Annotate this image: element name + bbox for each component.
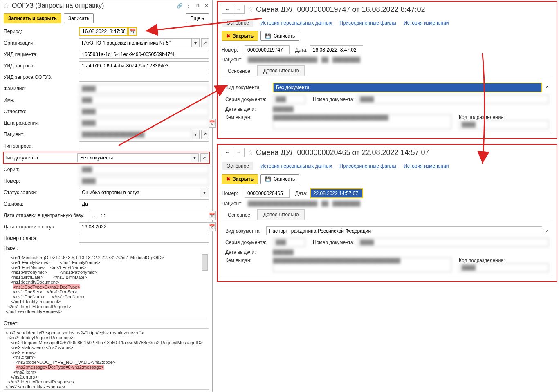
open-icon[interactable]: ↗ (545, 228, 549, 234)
link-icon[interactable]: 🔗 (176, 2, 183, 9)
label-docseries: Серия документа: (225, 240, 270, 245)
open-icon[interactable]: ↗ (200, 153, 208, 162)
lastname-input[interactable] (79, 84, 209, 93)
scrollbar[interactable] (202, 254, 208, 271)
label-send-ooguz: Дата отправки в оогуз: (4, 224, 76, 230)
issuedby-input[interactable]: ███████████████████████████████████████ (273, 114, 451, 129)
back-button[interactable]: ← (222, 5, 233, 14)
label-send-central: Дата отправки в центральную базу: (4, 213, 85, 218)
doctype-input[interactable] (77, 153, 191, 162)
patronymic-input[interactable] (79, 107, 209, 116)
label-answer: Ответ: (4, 320, 76, 326)
tab-history[interactable]: История персональных данных (260, 20, 332, 26)
card-2: ← → ☆ Смена ДУЛ 0000000020465 от 22.08.2… (217, 144, 557, 282)
patient-input[interactable] (79, 130, 192, 139)
inner-tab-main[interactable]: Основное (222, 210, 256, 220)
tab-files[interactable]: Присоединенные файлы (339, 163, 396, 169)
inner-tab-additional[interactable]: Дополнительно (257, 65, 305, 76)
period-input[interactable] (79, 27, 128, 36)
answer-textarea[interactable]: <ns2:sendIdentityResponse xmlns:ns2="htt… (4, 328, 209, 390)
docnum-input[interactable] (357, 95, 549, 104)
deptcode-input[interactable] (459, 120, 549, 129)
dropdown-icon[interactable]: ▾ (191, 153, 199, 162)
close-button[interactable]: ✖Закрыть (222, 174, 258, 184)
inner-tab-main[interactable]: Основное (222, 66, 256, 76)
patient-uid-input[interactable] (79, 50, 209, 59)
label-org: Организация: (4, 40, 76, 46)
tab-main[interactable]: Основное (222, 19, 253, 27)
save-button[interactable]: 💾Записать (260, 31, 299, 41)
send-ooguz-input[interactable] (79, 222, 209, 231)
number-input[interactable] (245, 45, 290, 54)
label-birthdate: Дата рождения: (4, 120, 76, 126)
save-close-button[interactable]: Записать и закрыть (4, 13, 61, 23)
x-icon: ✖ (226, 176, 230, 182)
save-button[interactable]: 💾Записать (260, 174, 299, 184)
label-dockind: Вид документа: (225, 228, 264, 234)
tab-changes[interactable]: История изменений (404, 163, 449, 169)
star-icon[interactable]: ☆ (247, 6, 254, 13)
dropdown-icon[interactable]: ▾ (192, 130, 200, 139)
polis-input[interactable] (79, 234, 209, 243)
close-button[interactable]: ✖Закрыть (222, 31, 258, 41)
detach-icon[interactable]: ⧉ (194, 2, 201, 9)
open-icon[interactable]: ↗ (201, 38, 209, 47)
dockind-input[interactable]: Без документа (274, 83, 541, 92)
send-central-input[interactable] (89, 211, 209, 220)
save-button[interactable]: Записать (64, 13, 94, 23)
label-number: Номер: (4, 178, 76, 184)
label-polis: Номер полиса: (4, 235, 76, 241)
save-icon: 💾 (265, 176, 271, 182)
inner-tab-additional[interactable]: Дополнительно (257, 209, 305, 220)
forward-button[interactable]: → (233, 148, 245, 157)
label-number: Номер: (222, 190, 242, 196)
dropdown-icon[interactable]: ▾ (192, 38, 200, 47)
dropdown-icon[interactable]: ▾ (200, 188, 209, 197)
label-series: Серия: (4, 167, 76, 172)
open-icon[interactable]: ↗ (545, 85, 549, 90)
date-input[interactable] (310, 45, 363, 54)
star-icon[interactable]: ☆ (3, 2, 9, 9)
dockind-input[interactable] (266, 226, 542, 235)
label-number: Номер: (222, 47, 242, 53)
number-input[interactable] (79, 177, 209, 186)
reqtype-input[interactable] (79, 141, 209, 150)
more-button[interactable]: Еще ▾ (186, 13, 209, 23)
label-patient: Пациент: (4, 132, 76, 137)
status-input[interactable] (79, 188, 200, 197)
back-button[interactable]: ← (222, 148, 233, 157)
tab-history[interactable]: История персональных данных (260, 163, 332, 169)
packet-textarea[interactable]: <ns1:MedicalOrgOID>1.2.643.5.1.13.13.12.… (4, 253, 209, 318)
tab-files[interactable]: Присоединенные файлы (339, 20, 396, 26)
docnum-input[interactable] (357, 238, 549, 247)
label-error: Ошибка: (4, 201, 76, 207)
label-issuedby: Кем выдан: (225, 258, 270, 263)
docseries-input[interactable] (273, 95, 305, 104)
tab-changes[interactable]: История изменений (404, 20, 449, 26)
card-1: ← → ☆ Смена ДУЛ 0000000019747 от 16.08.2… (217, 1, 557, 139)
open-icon[interactable]: ↗ (201, 130, 209, 139)
calendar-icon[interactable]: 📅 (128, 27, 137, 36)
window-title: ООГУЗ (Запросы на отправку) (12, 2, 174, 9)
tab-main[interactable]: Основное (222, 162, 253, 170)
label-firstname: Имя: (4, 97, 76, 103)
forward-button[interactable]: → (233, 5, 245, 14)
org-input[interactable] (79, 38, 192, 47)
firstname-input[interactable] (79, 96, 209, 105)
kebab-icon[interactable]: ⋮ (185, 2, 192, 9)
docseries-input[interactable] (273, 238, 305, 247)
save-icon: 💾 (265, 33, 271, 39)
star-icon[interactable]: ☆ (247, 149, 254, 156)
date-input[interactable]: 22.08.2022 14:57:07 (311, 189, 362, 197)
series-input[interactable] (79, 165, 209, 174)
label-docnum: Номер документа: (313, 96, 355, 102)
issuedby-input[interactable]: ████████████████████████████████████████… (273, 258, 451, 272)
number-input[interactable] (245, 189, 290, 198)
label-patronymic: Отчество: (4, 109, 76, 114)
req-uid-input[interactable] (79, 61, 209, 70)
error-input[interactable] (79, 199, 209, 208)
birthdate-input[interactable] (79, 119, 209, 128)
close-icon[interactable]: ✕ (203, 2, 210, 9)
req-uid-ooguz-input[interactable] (79, 73, 209, 82)
deptcode-input[interactable] (459, 263, 549, 272)
